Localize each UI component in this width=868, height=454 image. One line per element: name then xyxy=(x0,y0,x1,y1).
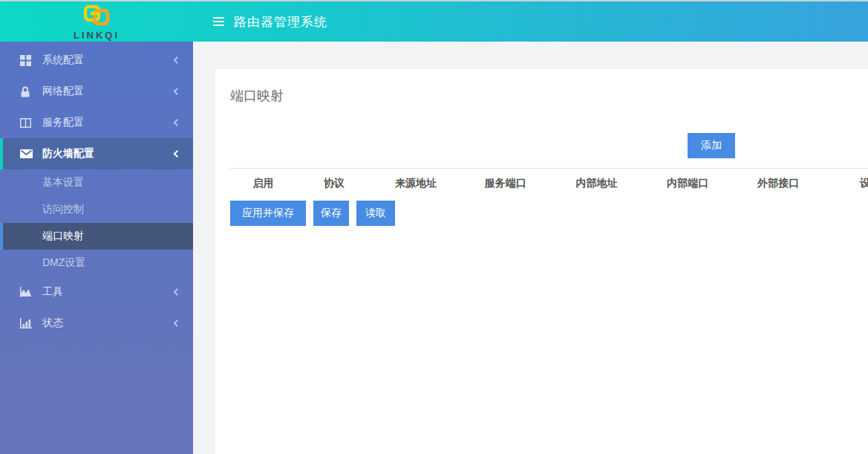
column-header-source-address: 来源地址 xyxy=(372,169,460,200)
sidebar-item-label: 状态 xyxy=(42,317,63,330)
window-top-strip xyxy=(0,0,868,1)
sidebar-item-label: 工具 xyxy=(42,285,63,299)
page-title: 端口映射 xyxy=(230,87,868,105)
top-header: LINKQI 路由器管理系统 xyxy=(0,0,868,42)
action-buttons: 应用并保存 保存 读取 xyxy=(230,201,868,226)
submenu-item-port-mapping[interactable]: 端口映射 xyxy=(0,223,193,250)
chevron-left-icon xyxy=(174,288,181,296)
table-toolbar: 添加 xyxy=(230,133,735,158)
submenu-item-basic-settings[interactable]: 基本设置 xyxy=(0,169,193,196)
port-mapping-table: 启用 协议 来源地址 服务端口 内部地址 内部端口 外部接口 设置 xyxy=(230,168,868,199)
submenu-item-label: 基本设置 xyxy=(42,176,84,189)
submenu-item-access-control[interactable]: 访问控制 xyxy=(0,196,193,223)
port-mapping-panel: 端口映射 添加 启用 协议 来源地址 服务端口 内部地址 内部端口 xyxy=(215,69,868,454)
submenu-item-dmz-settings[interactable]: DMZ设置 xyxy=(0,250,193,276)
sidebar-item-service-config[interactable]: 服务配置 xyxy=(0,107,193,138)
area-chart-icon xyxy=(20,287,33,297)
read-button[interactable]: 读取 xyxy=(356,201,395,226)
column-header-external-interface: 外部接口 xyxy=(733,169,823,200)
app-title: 路由器管理系统 xyxy=(234,13,327,30)
linkqi-logo-icon xyxy=(82,4,111,30)
column-header-service-port: 服务端口 xyxy=(460,169,551,200)
column-header-protocol: 协议 xyxy=(296,169,372,200)
chevron-left-icon xyxy=(174,320,181,327)
submenu-item-label: 访问控制 xyxy=(42,203,84,216)
sidebar-item-tools[interactable]: 工具 xyxy=(0,276,193,308)
sidebar-item-label: 服务配置 xyxy=(42,116,84,129)
brand-logo: LINKQI xyxy=(0,2,193,42)
hamburger-menu-icon[interactable] xyxy=(213,17,224,26)
submenu-item-label: DMZ设置 xyxy=(42,256,85,270)
chevron-left-icon xyxy=(174,88,181,95)
brand-text: LINKQI xyxy=(74,30,120,40)
sidebar-item-label: 防火墙配置 xyxy=(42,147,94,160)
chevron-left-icon xyxy=(174,150,181,158)
sidebar-item-system-config[interactable]: 系统配置 xyxy=(0,45,193,76)
chevron-left-icon xyxy=(174,119,181,126)
sidebar-item-label: 网络配置 xyxy=(42,85,84,98)
sidebar-item-network-config[interactable]: 网络配置 xyxy=(0,76,193,107)
column-header-internal-port: 内部端口 xyxy=(642,169,733,200)
bar-chart-icon xyxy=(20,318,33,328)
sidebar-item-firewall-config[interactable]: 防火墙配置 xyxy=(0,138,193,169)
columns-icon xyxy=(20,118,33,128)
column-header-internal-address: 内部地址 xyxy=(551,169,642,200)
main-content: 端口映射 添加 启用 协议 来源地址 服务端口 内部地址 内部端口 xyxy=(193,42,868,454)
lock-icon xyxy=(20,86,33,97)
apply-and-save-button[interactable]: 应用并保存 xyxy=(230,201,306,226)
chevron-left-icon xyxy=(174,56,181,64)
submenu-item-label: 端口映射 xyxy=(42,230,84,243)
sidebar-item-label: 系统配置 xyxy=(42,53,84,67)
table-header-row: 启用 协议 来源地址 服务端口 内部地址 内部端口 外部接口 设置 xyxy=(230,169,868,200)
grid-icon xyxy=(20,55,33,66)
add-button[interactable]: 添加 xyxy=(688,133,735,158)
envelope-icon xyxy=(20,149,33,158)
column-header-settings: 设置 xyxy=(823,169,868,200)
sidebar: 系统配置 网络配置 服务配置 防火墙配置 xyxy=(0,42,193,454)
sidebar-item-status[interactable]: 状态 xyxy=(0,308,193,339)
save-button[interactable]: 保存 xyxy=(313,201,349,226)
column-header-enable: 启用 xyxy=(230,169,296,200)
